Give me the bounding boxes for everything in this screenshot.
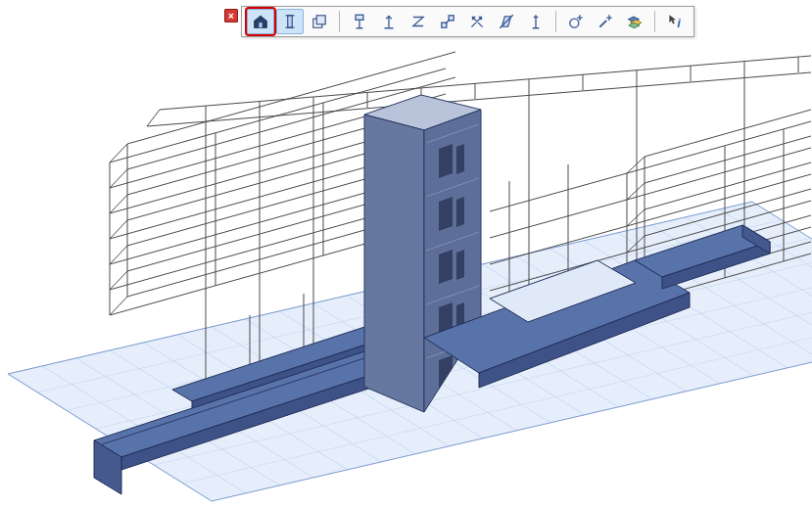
elevate-pin-icon [380, 13, 398, 30]
stretch-button[interactable] [405, 9, 432, 34]
multiply-pin-icon [439, 13, 456, 30]
toolbar-separator [555, 11, 556, 32]
circle-plus-icon [567, 13, 585, 30]
copy-icon [310, 13, 328, 30]
drag-pin-icon [351, 13, 368, 30]
cursor-info-icon: i [666, 13, 684, 30]
toolbar-separator [339, 11, 340, 32]
mirror-icon [498, 13, 515, 30]
application-window: × [0, 0, 812, 508]
3d-viewport[interactable] [0, 0, 812, 508]
drag-button[interactable] [346, 9, 373, 34]
element-info-button[interactable]: i [661, 9, 689, 34]
pencil-plus-icon [597, 13, 614, 30]
svg-text:i: i [677, 17, 681, 30]
offset-pin-icon [527, 13, 545, 30]
crossing-arrows-icon [468, 13, 486, 30]
toolbar-close-button[interactable]: × [224, 9, 238, 23]
toolbar-separator [654, 11, 655, 32]
stretch-pin-icon [409, 13, 427, 30]
tower-left-face [364, 115, 424, 412]
measure-button[interactable] [562, 9, 590, 34]
house-button[interactable] [247, 9, 274, 34]
render-styles-button[interactable] [621, 9, 648, 34]
elevate-button[interactable] [375, 9, 403, 34]
rotate-button[interactable] [463, 9, 491, 34]
floating-toolbar: i [241, 6, 694, 37]
offset-button[interactable] [522, 9, 549, 34]
mirror-button[interactable] [493, 9, 520, 34]
colored-layers-icon [626, 13, 644, 30]
copy-button[interactable] [306, 9, 333, 34]
multiply-button[interactable] [434, 9, 461, 34]
column-button[interactable] [276, 9, 304, 34]
column-icon [281, 13, 299, 30]
zoom-button[interactable] [592, 9, 619, 34]
house-icon [252, 13, 269, 30]
close-icon: × [228, 11, 234, 22]
